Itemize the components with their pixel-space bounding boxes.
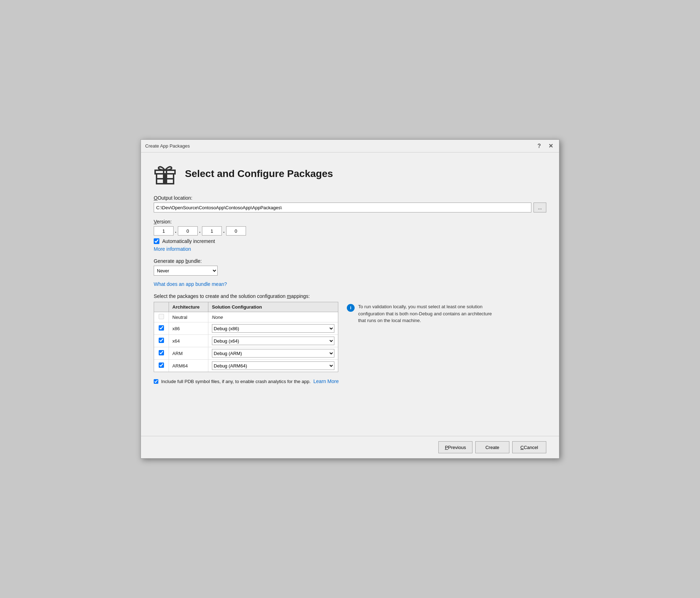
row-checkbox-cell	[154, 347, 169, 360]
help-button[interactable]: ?	[535, 142, 543, 150]
title-bar-buttons: ? ✕	[535, 142, 555, 150]
row-architecture: x64	[169, 335, 208, 347]
bundle-dropdown-row: Never Always If needed	[154, 266, 546, 276]
col-header-architecture: Architecture	[169, 302, 208, 312]
pdb-label: Include full PDB symbol files, if any, t…	[161, 378, 339, 384]
browse-button[interactable]: ...	[534, 203, 546, 212]
title-bar: Create App Packages ? ✕	[141, 140, 559, 153]
table-row: ARM64Debug (ARM64)Release (ARM64)	[154, 360, 338, 372]
dialog-content: Select and Configure Packages OOutput lo…	[141, 153, 559, 436]
row-config-cell: Debug (ARM)Release (ARM)	[208, 347, 338, 360]
auto-increment-checkbox[interactable]	[154, 238, 159, 244]
row-architecture: ARM	[169, 347, 208, 360]
generate-bundle-label: Generate app bundle:	[154, 258, 546, 264]
version-minor[interactable]	[178, 226, 198, 236]
row-config-select[interactable]: Debug (x64)Release (x64)	[212, 337, 334, 345]
col-header-solution-config: Solution Configuration	[208, 302, 338, 312]
row-config-cell: Debug (ARM64)Release (ARM64)	[208, 360, 338, 372]
row-architecture: ARM64	[169, 360, 208, 372]
package-icon	[154, 162, 176, 185]
create-app-packages-dialog: Create App Packages ? ✕	[141, 139, 559, 459]
output-location-input[interactable]	[154, 203, 531, 212]
info-text: To run validation locally, you must sele…	[358, 303, 496, 324]
row-checkbox[interactable]	[159, 350, 164, 355]
generate-bundle-section: Generate app bundle: Never Always If nee…	[154, 258, 546, 287]
what-bundle-means-link[interactable]: What does an app bundle mean?	[154, 281, 227, 287]
row-checkbox[interactable]	[159, 325, 164, 331]
col-header-check	[154, 302, 169, 312]
close-button[interactable]: ✕	[546, 142, 555, 150]
header-section: Select and Configure Packages	[154, 162, 546, 185]
dialog-footer: PPrevious Create CCancel	[141, 436, 559, 458]
packages-table-label: Select the packages to create and the so…	[154, 293, 546, 299]
row-config-select[interactable]: Debug (ARM)Release (ARM)	[212, 349, 334, 358]
table-row: x64Debug (x64)Release (x64)	[154, 335, 338, 347]
output-location-label: OOutput location:	[154, 195, 546, 201]
auto-increment-label: Automatically increment	[162, 238, 215, 244]
bundle-dropdown[interactable]: Never Always If needed	[154, 266, 218, 276]
packages-table-section: Select the packages to create and the so…	[154, 293, 546, 372]
row-architecture: Neutral	[169, 312, 208, 322]
row-config-cell: Debug (x86)Release (x86)	[208, 322, 338, 335]
more-info-link[interactable]: More information	[154, 246, 191, 252]
table-row: ARMDebug (ARM)Release (ARM)	[154, 347, 338, 360]
row-checkbox[interactable]	[159, 338, 164, 343]
table-row: x86Debug (x86)Release (x86)	[154, 322, 338, 335]
version-label: Version:	[154, 219, 546, 225]
row-checkbox-cell	[154, 335, 169, 347]
row-config-cell: None	[208, 312, 338, 322]
cancel-button[interactable]: CCancel	[512, 441, 546, 453]
page-title: Select and Configure Packages	[185, 168, 333, 179]
dialog-title: Create App Packages	[145, 143, 190, 149]
version-section: Version: . . . Automatically increment M…	[154, 219, 546, 252]
table-row: NeutralNone	[154, 312, 338, 322]
row-checkbox-cell	[154, 312, 169, 322]
output-location-section: OOutput location: ...	[154, 195, 546, 212]
table-info-row: Architecture Solution Configuration Neut…	[154, 302, 546, 372]
pdb-row: Include full PDB symbol files, if any, t…	[154, 378, 546, 384]
row-config-select[interactable]: Debug (ARM64)Release (ARM64)	[212, 361, 334, 370]
version-major[interactable]	[154, 226, 174, 236]
row-checkbox-cell	[154, 322, 169, 335]
version-build[interactable]	[202, 226, 222, 236]
version-row: . . .	[154, 226, 546, 236]
row-config-none: None	[212, 315, 223, 320]
row-checkbox-cell	[154, 360, 169, 372]
row-checkbox[interactable]	[159, 314, 164, 319]
version-revision[interactable]	[226, 226, 246, 236]
row-config-select[interactable]: Debug (x86)Release (x86)	[212, 324, 334, 333]
output-location-row: ...	[154, 203, 546, 212]
pdb-checkbox[interactable]	[154, 379, 158, 384]
row-architecture: x86	[169, 322, 208, 335]
row-config-cell: Debug (x64)Release (x64)	[208, 335, 338, 347]
info-box: i To run validation locally, you must se…	[347, 302, 496, 324]
row-checkbox[interactable]	[159, 362, 164, 368]
packages-table: Architecture Solution Configuration Neut…	[154, 302, 338, 372]
info-icon: i	[347, 304, 355, 312]
auto-increment-row: Automatically increment	[154, 238, 546, 244]
previous-button[interactable]: PPrevious	[438, 441, 472, 453]
learn-more-link[interactable]: Learn More	[313, 378, 339, 384]
create-button[interactable]: Create	[475, 441, 509, 453]
